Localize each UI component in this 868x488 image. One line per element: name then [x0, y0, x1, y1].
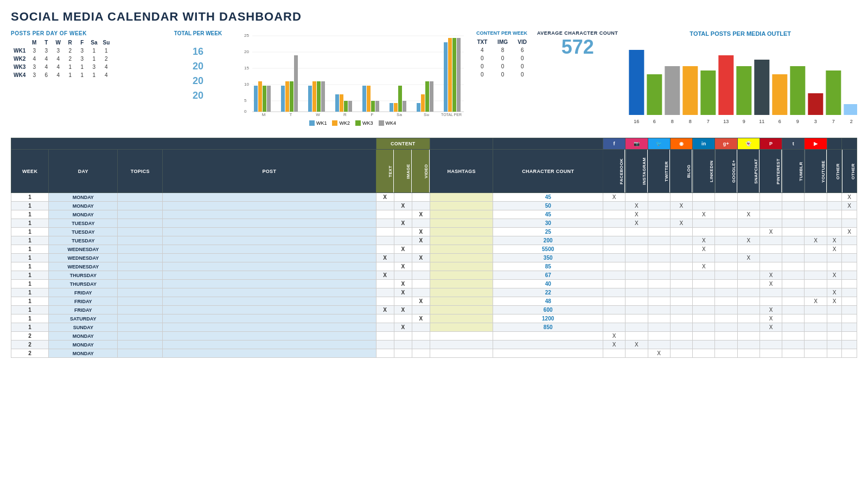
table-cell: X	[394, 245, 412, 254]
table-cell: X	[737, 210, 760, 219]
table-cell: 30	[493, 219, 603, 228]
posts-per-day-section: POSTS PER DAY OF WEEK M T W R F Sa Su W	[11, 30, 157, 79]
table-cell	[648, 245, 670, 254]
table-cell	[827, 210, 842, 219]
table-cell	[805, 245, 827, 254]
table-cell: 1	[11, 288, 49, 297]
table-cell	[163, 254, 376, 262]
svg-text:2: 2	[850, 119, 853, 124]
table-cell: 1	[11, 306, 49, 314]
svg-rect-17	[281, 86, 285, 112]
week-col-header: WEEK	[11, 150, 49, 193]
col-w: W	[52, 38, 64, 47]
table-cell	[782, 228, 805, 236]
table-cell	[715, 306, 737, 314]
total-per-week-values: 16202020	[163, 46, 233, 101]
table-cell	[715, 349, 737, 358]
svg-text:Su: Su	[424, 112, 429, 117]
table-cell	[626, 332, 648, 341]
table-cell	[737, 280, 760, 288]
legend-wk2: WK2	[332, 120, 350, 126]
table-cell	[376, 323, 394, 332]
table-cell	[603, 202, 625, 210]
table-cell	[118, 341, 163, 349]
table-cell: X	[827, 236, 842, 245]
table-cell	[805, 228, 827, 236]
yt-col-header: YOUTUBE	[805, 150, 827, 193]
table-cell: X	[805, 297, 827, 306]
svg-text:T: T	[290, 112, 292, 117]
main-table: CONTENT f 📷 🐦 ◉ in g+ 👻 P t ▶	[11, 138, 857, 358]
table-cell	[842, 349, 857, 358]
rss-icon-header: ◉	[670, 138, 692, 150]
cpw-vid-header: VID	[513, 38, 532, 46]
table-cell	[782, 323, 805, 332]
table-cell	[670, 193, 692, 202]
svg-text:TOTAL PER: TOTAL PER	[441, 113, 462, 117]
table-row: 1TUESDAYX30XX	[11, 219, 857, 228]
post-col-header: POST	[163, 150, 376, 193]
table-cell	[163, 228, 376, 236]
table-cell	[782, 332, 805, 341]
ppd-row-wk4: WK43641114	[11, 71, 112, 79]
table-cell	[842, 306, 857, 314]
table-cell: FRIDAY	[49, 288, 118, 297]
tw-icon: 🐦	[655, 139, 663, 148]
table-cell	[842, 323, 857, 332]
table-cell	[163, 271, 376, 280]
table-cell	[163, 332, 376, 341]
tw-icon-header: 🐦	[648, 138, 670, 150]
svg-text:F: F	[371, 112, 374, 117]
table-cell	[670, 271, 692, 280]
table-cell	[737, 202, 760, 210]
table-cell	[163, 245, 376, 254]
table-cell: 1	[11, 202, 49, 210]
table-cell: 1	[11, 245, 49, 254]
table-cell	[648, 262, 670, 271]
table-cell	[603, 271, 625, 280]
ppd-cell: 4	[100, 63, 112, 71]
table-cell	[760, 288, 782, 297]
table-cell	[118, 332, 163, 341]
blog-col-header: BLOG	[670, 150, 692, 193]
table-cell	[827, 323, 842, 332]
table-cell	[163, 262, 376, 271]
table-cell	[376, 236, 394, 245]
content-per-week-title: CONTENT PER WEEK	[472, 30, 532, 36]
table-cell: X	[805, 236, 827, 245]
table-cell	[805, 210, 827, 219]
page-title: SOCIAL MEDIA CALENDAR WITH DASHBOARD	[11, 10, 857, 24]
table-cell	[782, 349, 805, 358]
table-cell: X	[394, 323, 412, 332]
table-cell: 1	[11, 271, 49, 280]
table-cell: X	[827, 288, 842, 297]
table-cell	[394, 210, 412, 219]
table-cell	[842, 245, 857, 254]
table-cell	[376, 280, 394, 288]
table-cell: X	[603, 341, 625, 349]
table-cell	[737, 193, 760, 202]
table-cell	[163, 349, 376, 358]
table-cell	[715, 341, 737, 349]
table-cell	[827, 306, 842, 314]
table-cell	[376, 332, 394, 341]
table-cell: 85	[493, 262, 603, 271]
pi-icon: P	[767, 139, 775, 148]
table-cell	[603, 236, 625, 245]
table-row: 1TUESDAYX25XX	[11, 228, 857, 236]
svg-text:7: 7	[832, 119, 835, 124]
fb-icon: f	[610, 139, 618, 148]
gp-icon-header: g+	[715, 138, 737, 150]
table-cell	[805, 254, 827, 262]
table-cell	[805, 288, 827, 297]
cpw-cell: 8	[493, 46, 513, 54]
ppd-cell: 4	[28, 55, 40, 63]
table-cell: X	[412, 297, 430, 306]
video-col-header: VIDEO	[412, 150, 430, 193]
svg-rect-19	[290, 81, 293, 112]
table-cell	[394, 271, 412, 280]
tw-col-header: TWITTER	[648, 150, 670, 193]
table-cell	[626, 323, 648, 332]
table-cell	[430, 254, 493, 262]
svg-rect-53	[629, 50, 644, 115]
